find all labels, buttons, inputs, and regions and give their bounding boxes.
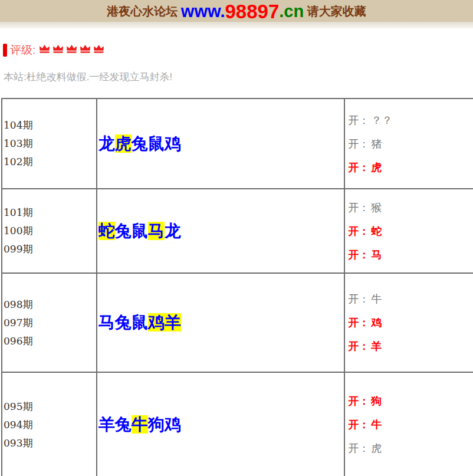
zodiac-tip: 羊兔牛狗鸡 [97, 413, 344, 436]
result-label: 开： [348, 248, 369, 261]
zodiac-tip: 马兔鼠鸡羊 [97, 311, 344, 334]
result-line: 开：牛 [345, 413, 473, 436]
tips-cell: 龙虎兔鼠鸡 [97, 99, 345, 189]
result-value: ？？ [371, 114, 392, 126]
result-line: 开：鸡 [345, 311, 473, 334]
tips-cell: 羊兔牛狗鸡 [97, 372, 345, 476]
site-header: 港夜心水论坛 www.98897.cn 请大家收藏 [0, 0, 473, 22]
zodiac-tip: 龙虎兔鼠鸡 [97, 133, 344, 155]
result-value: 鸡 [371, 316, 382, 329]
result-label: 开： [348, 395, 369, 407]
site-url-tld[interactable]: .cn [279, 2, 304, 21]
site-title: 港夜心水论坛 [107, 5, 181, 18]
zodiac-char: 龙 [98, 134, 115, 153]
result-value: 牛 [371, 418, 382, 431]
result-value: 羊 [371, 340, 382, 352]
rating-line: 评级: [3, 43, 473, 57]
result-value: 猪 [371, 137, 382, 150]
results-cell: 开：？？ 开：猪 开：虎 [344, 99, 473, 189]
result-line: 开：牛 [345, 287, 473, 311]
result-label: 开： [348, 442, 369, 454]
zodiac-char: 鸡 [165, 134, 181, 153]
period-label: 093期 [2, 434, 96, 452]
zodiac-char: 鸡 [148, 313, 165, 331]
zodiac-char: 牛 [132, 415, 148, 434]
period-label: 094期 [2, 416, 96, 434]
result-label: 开： [348, 316, 369, 329]
site-title-suffix: 请大家收藏 [304, 5, 366, 18]
zodiac-char: 鼠 [132, 222, 148, 240]
period-label: 096期 [2, 332, 96, 350]
crown-icon [80, 44, 91, 56]
result-label: 开： [348, 293, 369, 305]
zodiac-char: 鼠 [132, 313, 148, 331]
period-label: 100期 [2, 222, 96, 240]
result-line: 开：虎 [345, 436, 473, 460]
header-divider [0, 22, 473, 28]
result-label: 开： [348, 137, 369, 150]
result-label: 开： [348, 114, 369, 126]
zodiac-char: 兔 [115, 415, 132, 434]
periods-cell: 104期 103期 102期 [2, 99, 97, 189]
period-label: 095期 [2, 398, 96, 416]
result-line: 开：狗 [345, 389, 473, 413]
period-label: 103期 [2, 134, 96, 153]
period-label: 102期 [2, 153, 96, 171]
zodiac-char: 鼠 [148, 134, 165, 153]
result-value: 虎 [371, 442, 382, 454]
results-cell: 开：狗 开：牛 开：虎 [344, 372, 473, 476]
tips-cell: 马兔鼠鸡羊 [97, 273, 345, 372]
tips-table: 104期 103期 102期 龙虎兔鼠鸡 开：？？ 开：猪 开：虎 101期 1… [1, 98, 473, 476]
crown-icon [66, 44, 77, 56]
rating-label: 评级: [10, 42, 35, 58]
result-line: 开：虎 [345, 156, 473, 179]
site-url-www[interactable]: www. [181, 2, 225, 21]
result-label: 开： [348, 161, 369, 173]
result-value: 牛 [371, 293, 382, 305]
crown-icon [39, 44, 50, 56]
table-row: 098期 097期 096期 马兔鼠鸡羊 开：牛 开：鸡 开：羊 [2, 273, 473, 372]
zodiac-char: 兔 [132, 134, 148, 153]
zodiac-char: 龙 [165, 222, 181, 240]
result-label: 开： [348, 340, 369, 352]
anti-fake-notice: 本站:杜绝改料做假.一经发现立马封杀! [4, 70, 473, 84]
results-cell: 开：猴 开：蛇 开：马 [344, 189, 473, 273]
zodiac-char: 兔 [115, 313, 132, 331]
zodiac-char: 虎 [115, 134, 132, 153]
result-label: 开： [348, 201, 369, 214]
crown-icon [52, 44, 64, 56]
result-value: 马 [371, 248, 382, 261]
periods-cell: 101期 100期 099期 [2, 189, 97, 273]
zodiac-char: 马 [148, 222, 165, 240]
period-label: 099期 [2, 240, 96, 258]
period-label: 097期 [2, 314, 96, 332]
period-label: 104期 [2, 116, 96, 134]
result-line: 开：马 [345, 243, 473, 267]
red-bar-icon [3, 44, 7, 57]
zodiac-char: 兔 [115, 222, 132, 240]
zodiac-char: 蛇 [98, 222, 115, 240]
result-line: 开：猪 [345, 132, 473, 156]
result-line: 开：？？ [345, 109, 473, 132]
zodiac-tip: 蛇兔鼠马龙 [97, 220, 344, 242]
result-value: 虎 [371, 161, 382, 173]
result-line: 开：羊 [345, 334, 473, 358]
results-cell: 开：牛 开：鸡 开：羊 [344, 273, 473, 372]
period-label: 101期 [2, 203, 96, 222]
zodiac-char: 羊 [165, 313, 181, 331]
result-value: 蛇 [371, 225, 382, 237]
zodiac-char: 马 [98, 313, 115, 331]
zodiac-char: 羊 [98, 415, 115, 434]
zodiac-char: 鸡 [165, 415, 181, 434]
crown-icon [93, 44, 104, 56]
result-line: 开：猴 [345, 196, 473, 219]
site-url-number[interactable]: 98897 [225, 1, 279, 22]
table-row: 101期 100期 099期 蛇兔鼠马龙 开：猴 开：蛇 开：马 [2, 189, 473, 273]
result-label: 开： [348, 225, 369, 237]
result-value: 猴 [371, 201, 382, 214]
tips-table-wrap: 104期 103期 102期 龙虎兔鼠鸡 开：？？ 开：猪 开：虎 101期 1… [1, 98, 473, 476]
periods-cell: 095期 094期 093期 [2, 372, 97, 476]
period-label: 098期 [2, 296, 96, 314]
result-value: 狗 [371, 395, 382, 407]
result-label: 开： [348, 418, 369, 431]
